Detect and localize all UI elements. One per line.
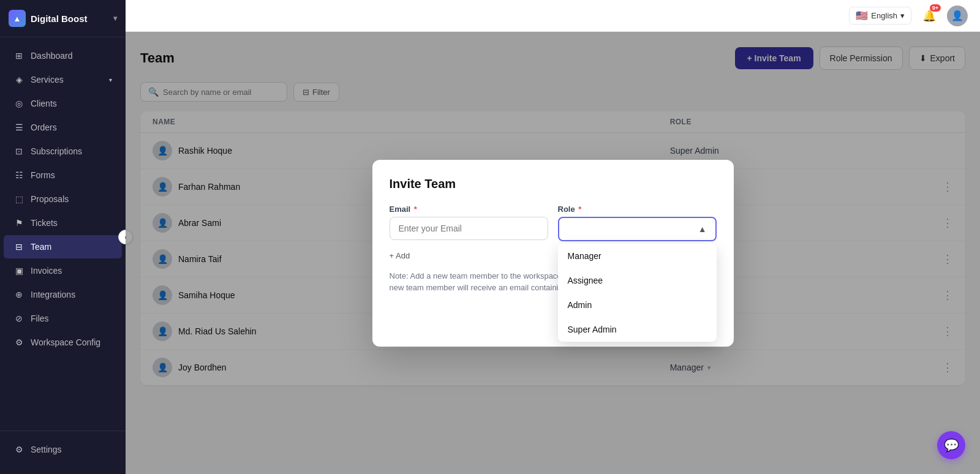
main-area: 🇺🇸 English ▾ 🔔 9+ 👤 Team + Invite Team R… xyxy=(126,0,980,474)
role-select[interactable]: ▲ xyxy=(558,217,717,241)
sidebar-label-settings: Settings xyxy=(31,445,62,454)
sidebar-item-integrations[interactable]: ⊕ Integrations xyxy=(4,283,122,306)
notification-button[interactable]: 🔔 9+ xyxy=(919,6,940,26)
user-avatar[interactable]: 👤 xyxy=(947,6,968,26)
sidebar-label-team: Team xyxy=(31,242,51,252)
language-selector[interactable]: 🇺🇸 English ▾ xyxy=(849,7,911,24)
orders-icon: ☰ xyxy=(13,122,24,133)
modal-overlay: Invite Team Email * Role * xyxy=(126,32,980,474)
sidebar-item-services[interactable]: ◈ Services ▾ xyxy=(4,68,122,91)
sidebar-label-tickets: Tickets xyxy=(31,218,58,228)
integrations-icon: ⊕ xyxy=(13,289,24,300)
sidebar-label-subscriptions: Subscriptions xyxy=(31,146,82,156)
role-option-manager[interactable]: Manager xyxy=(558,244,717,268)
sidebar-item-orders[interactable]: ☰ Orders xyxy=(4,116,122,139)
role-select-container: ▲ Manager Assignee Admin Super Admin xyxy=(558,217,717,241)
sidebar-bottom: ⚙ Settings xyxy=(0,431,126,474)
topbar: 🇺🇸 English ▾ 🔔 9+ 👤 xyxy=(126,0,980,32)
sidebar-item-forms[interactable]: ☷ Forms xyxy=(4,164,122,187)
sidebar-item-invoices[interactable]: ▣ Invoices xyxy=(4,259,122,282)
sidebar-item-tickets[interactable]: ⚑ Tickets xyxy=(4,211,122,235)
flag-icon: 🇺🇸 xyxy=(856,10,868,21)
email-label: Email * xyxy=(390,205,548,214)
sidebar-item-team[interactable]: ⊟ Team xyxy=(4,235,122,258)
proposals-icon: ⬚ xyxy=(13,194,24,205)
sidebar-label-clients: Clients xyxy=(31,99,57,108)
sidebar-label-files: Files xyxy=(31,314,49,323)
email-required-marker: * xyxy=(414,205,417,214)
role-option-admin[interactable]: Admin xyxy=(558,293,717,317)
clients-icon: ◎ xyxy=(13,98,24,109)
chat-icon: 💬 xyxy=(944,438,959,453)
sidebar-item-clients[interactable]: ◎ Clients xyxy=(4,92,122,115)
services-icon: ◈ xyxy=(13,74,24,85)
main-content: Team + Invite Team Role Permission ⬇ Exp… xyxy=(126,32,980,474)
lang-chevron-icon: ▾ xyxy=(900,11,905,20)
language-label: English xyxy=(871,11,897,20)
role-form-group: Role * ▲ Manager Assignee Admin xyxy=(558,205,717,241)
brand[interactable]: ▲ Digital Boost ▾ xyxy=(0,0,126,37)
invite-team-modal: Invite Team Email * Role * xyxy=(372,160,734,347)
forms-icon: ☷ xyxy=(13,170,24,181)
modal-title: Invite Team xyxy=(390,177,717,191)
notification-badge: 9+ xyxy=(930,4,941,12)
invoices-icon: ▣ xyxy=(13,265,24,276)
sidebar-item-files[interactable]: ⊘ Files xyxy=(4,307,122,330)
workspace-icon: ⚙ xyxy=(13,337,24,348)
sidebar-label-forms: Forms xyxy=(31,170,55,180)
sidebar-nav: ⊞ Dashboard ◈ Services ▾ ◎ Clients ☰ Ord… xyxy=(0,37,126,431)
sidebar-label-workspace: Workspace Config xyxy=(31,337,100,347)
role-option-assignee[interactable]: Assignee xyxy=(558,268,717,293)
sidebar-item-workspace[interactable]: ⚙ Workspace Config xyxy=(4,331,122,354)
sidebar-label-proposals: Proposals xyxy=(31,194,69,204)
sidebar-item-subscriptions[interactable]: ⊡ Subscriptions xyxy=(4,140,122,163)
sidebar-label-integrations: Integrations xyxy=(31,290,75,299)
email-form-group: Email * xyxy=(390,205,548,241)
email-input[interactable] xyxy=(390,217,548,240)
role-option-superadmin[interactable]: Super Admin xyxy=(558,317,717,342)
role-label: Role * xyxy=(558,205,717,214)
form-row: Email * Role * ▲ xyxy=(390,205,717,241)
files-icon: ⊘ xyxy=(13,313,24,324)
tickets-icon: ⚑ xyxy=(13,217,24,228)
sidebar-label-services: Services xyxy=(31,75,64,85)
role-required-marker: * xyxy=(578,205,581,214)
sidebar-label-dashboard: Dashboard xyxy=(31,51,73,61)
sidebar-label-orders: Orders xyxy=(31,122,57,132)
sidebar-item-proposals[interactable]: ⬚ Proposals xyxy=(4,187,122,211)
add-row-label: + Add xyxy=(390,251,410,260)
settings-icon: ⚙ xyxy=(13,444,24,455)
dashboard-icon: ⊞ xyxy=(13,50,24,61)
brand-icon: ▲ xyxy=(9,10,26,27)
brand-chevron: ▾ xyxy=(113,14,117,23)
role-chevron-up-icon: ▲ xyxy=(698,224,707,234)
subscriptions-icon: ⊡ xyxy=(13,146,24,157)
team-icon: ⊟ xyxy=(13,241,24,252)
sidebar-item-settings[interactable]: ⚙ Settings xyxy=(4,438,122,461)
sidebar: ▲ Digital Boost ▾ ⊞ Dashboard ◈ Services… xyxy=(0,0,126,474)
sidebar-item-dashboard[interactable]: ⊞ Dashboard xyxy=(4,44,122,67)
role-dropdown: Manager Assignee Admin Super Admin xyxy=(558,244,717,342)
sidebar-label-invoices: Invoices xyxy=(31,266,62,276)
services-chevron-icon: ▾ xyxy=(109,77,112,83)
brand-name: Digital Boost xyxy=(31,13,88,24)
chat-widget-button[interactable]: 💬 xyxy=(937,431,965,459)
